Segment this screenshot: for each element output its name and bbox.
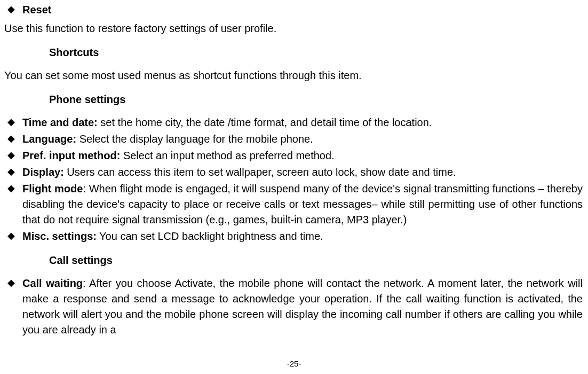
phone-item-5: ◆ Misc. settings: You can set LCD backli… bbox=[4, 229, 583, 244]
phone-item-text: Users can access this item to set wallpa… bbox=[64, 166, 456, 178]
call-item-content: Call waiting: After you choose Activate,… bbox=[22, 276, 583, 338]
phone-item-text: Select the display language for the mobi… bbox=[76, 133, 313, 145]
bullet-icon: ◆ bbox=[7, 2, 15, 17]
bullet-icon: ◆ bbox=[7, 115, 15, 129]
reset-title: Reset bbox=[22, 2, 51, 18]
phone-item-label: Language: bbox=[22, 133, 76, 145]
bullet-icon: ◆ bbox=[7, 148, 15, 162]
bullet-icon: ◆ bbox=[7, 181, 15, 196]
bullet-icon: ◆ bbox=[7, 131, 15, 146]
phone-item-content: Display: Users can access this item to s… bbox=[22, 165, 583, 180]
call-item-0: ◆ Call waiting: After you choose Activat… bbox=[4, 276, 583, 338]
phone-item-label: Display: bbox=[22, 166, 64, 178]
phone-settings-title: Phone settings bbox=[49, 92, 583, 107]
bullet-icon: ◆ bbox=[7, 276, 15, 290]
shortcuts-desc: You can set some most used menus as shor… bbox=[4, 68, 583, 83]
phone-item-3: ◆ Display: Users can access this item to… bbox=[4, 165, 583, 180]
phone-item-text: Select an input method as preferred meth… bbox=[120, 150, 334, 161]
shortcuts-title: Shortcuts bbox=[49, 45, 583, 60]
phone-item-label: Flight mode bbox=[22, 183, 83, 194]
phone-item-text: set the home city, the date /time format… bbox=[98, 116, 432, 128]
bullet-icon: ◆ bbox=[7, 165, 15, 179]
phone-item-content: Misc. settings: You can set LCD backligh… bbox=[22, 229, 583, 244]
phone-item-content: Pref. input method: Select an input meth… bbox=[22, 148, 583, 163]
bullet-icon: ◆ bbox=[7, 229, 15, 243]
phone-item-4: ◆ Flight mode: When flight mode is engag… bbox=[4, 181, 583, 228]
phone-item-content: Time and date: set the home city, the da… bbox=[22, 115, 583, 130]
call-settings-title: Call settings bbox=[49, 253, 583, 268]
page-number: -25- bbox=[0, 358, 588, 370]
phone-item-label: Time and date: bbox=[22, 116, 98, 128]
reset-row: ◆ Reset bbox=[4, 2, 583, 18]
call-item-text: : After you choose Activate, the mobile … bbox=[22, 277, 583, 336]
phone-item-1: ◆ Language: Select the display language … bbox=[4, 131, 583, 147]
phone-item-text: : When flight mode is engaged, it will s… bbox=[22, 183, 583, 225]
reset-desc: Use this function to restore factory set… bbox=[4, 21, 583, 36]
phone-item-2: ◆ Pref. input method: Select an input me… bbox=[4, 148, 583, 163]
phone-item-content: Language: Select the display language fo… bbox=[22, 131, 583, 147]
phone-item-content: Flight mode: When flight mode is engaged… bbox=[22, 181, 583, 228]
phone-item-0: ◆ Time and date: set the home city, the … bbox=[4, 115, 583, 130]
phone-item-text: You can set LCD backlight brightness and… bbox=[97, 230, 323, 242]
call-item-label: Call waiting bbox=[22, 277, 83, 289]
phone-item-label: Pref. input method: bbox=[22, 150, 120, 161]
phone-item-label: Misc. settings: bbox=[22, 230, 97, 242]
